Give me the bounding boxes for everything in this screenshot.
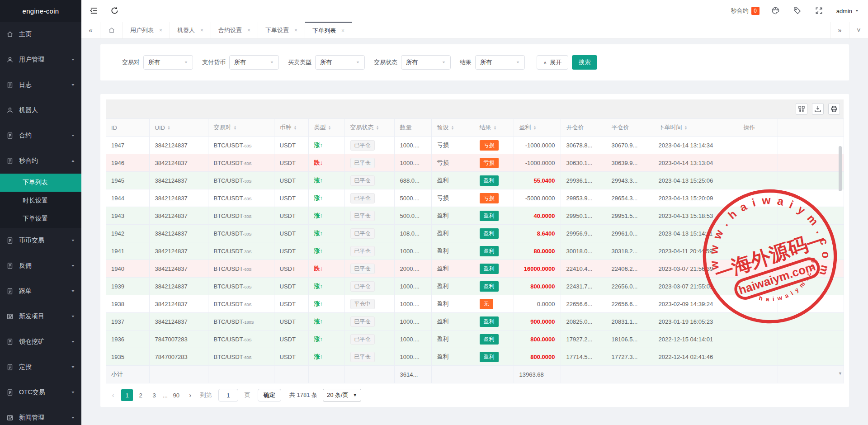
doc-icon	[6, 288, 14, 295]
sidebar-item-label: 用户管理	[19, 56, 44, 64]
tabs-scroll-left[interactable]: «	[81, 22, 100, 38]
prev-page-button[interactable]: ‹	[108, 392, 118, 399]
sidebar-item-news-management[interactable]: 新闻管理▼	[0, 405, 81, 425]
home-tab[interactable]	[100, 22, 123, 38]
result-badge: 盈利	[480, 334, 499, 345]
export-button[interactable]	[812, 103, 824, 115]
column-header[interactable]: 下单时间▲▼	[653, 119, 738, 137]
sort-icon[interactable]: ▲▼	[684, 125, 688, 130]
column-header[interactable]: 类型▲▼	[308, 119, 344, 137]
tag-icon[interactable]	[793, 6, 802, 15]
user-menu[interactable]: admin ▼	[836, 8, 859, 14]
cell-actions	[738, 225, 778, 242]
sidebar-subitem-duration-settings[interactable]: 时长设置	[0, 192, 81, 210]
cell-pair: BTC/USDT-30S	[208, 225, 274, 242]
sidebar-item-user-management[interactable]: 用户管理▼	[0, 47, 81, 72]
cell-profit: 0.0000	[514, 295, 561, 313]
tabs-menu-toggle[interactable]: ˅	[849, 22, 868, 38]
column-header[interactable]: 交易对▲▼	[208, 119, 274, 137]
page-jump-input[interactable]	[218, 389, 238, 401]
sidebar-subitem-order-list[interactable]: 下单列表	[0, 174, 81, 192]
refresh-icon[interactable]	[110, 6, 119, 15]
sidebar-item-robots[interactable]: 机器人	[0, 98, 81, 123]
sort-icon[interactable]: ▲▼	[533, 125, 537, 130]
tab-1[interactable]: 机器人×	[170, 22, 211, 38]
chevron-down-icon: ▼	[71, 239, 75, 242]
column-header[interactable]: 结果▲▼	[474, 119, 514, 137]
second-contract-counter[interactable]: 秒合约 0	[731, 7, 760, 15]
sort-icon[interactable]: ▲▼	[328, 125, 331, 130]
page-button-90[interactable]: 90	[170, 389, 182, 401]
sort-icon[interactable]: ▲▼	[376, 125, 379, 130]
sort-icon[interactable]: ▲▼	[451, 125, 454, 130]
filter-select-trade-status[interactable]: 所有▼	[401, 55, 451, 70]
cell-status: 已平仓	[344, 189, 394, 207]
sidebar-item-contracts[interactable]: 合约▼	[0, 123, 81, 148]
print-icon	[831, 106, 837, 112]
column-label: ID	[111, 124, 117, 131]
sidebar-item-copy-trading[interactable]: 跟单▼	[0, 279, 81, 304]
filter-select-result[interactable]: 所有▼	[475, 55, 525, 70]
column-settings-button[interactable]	[796, 103, 807, 115]
sidebar-subitem-order-settings[interactable]: 下单设置	[0, 210, 81, 228]
table-row: 19413842124837BTC/USDT-30SUSDT涨↑已平仓1000.…	[106, 242, 844, 260]
column-label: 类型	[314, 123, 326, 132]
sort-icon[interactable]: ▲▼	[294, 125, 297, 130]
tab-3[interactable]: 下单设置×	[258, 22, 305, 38]
column-header[interactable]: 交易状态▲▼	[344, 119, 394, 137]
column-header[interactable]: UID▲▼	[149, 119, 208, 137]
sidebar-item-second-contracts[interactable]: 秒合约▲	[0, 148, 81, 174]
search-button[interactable]: 搜索	[572, 55, 597, 70]
collapse-menu-icon[interactable]	[90, 6, 99, 15]
close-icon[interactable]: ×	[159, 27, 162, 33]
filter-select-pair[interactable]: 所有▼	[143, 55, 193, 70]
column-header[interactable]: 币种▲▼	[274, 119, 308, 137]
sidebar-item-rebate[interactable]: 反佣▼	[0, 253, 81, 279]
sidebar-item-coin-trading[interactable]: 币币交易▼	[0, 228, 81, 253]
sidebar-item-otc-trading[interactable]: OTC交易▼	[0, 380, 81, 405]
sort-icon[interactable]: ▲▼	[494, 125, 497, 130]
next-page-button[interactable]: ›	[185, 392, 196, 399]
cell-order-time: 2023-02-09 14:39:24	[653, 295, 738, 313]
tabs-scroll-right[interactable]: »	[830, 22, 849, 38]
print-button[interactable]	[828, 103, 840, 115]
column-header[interactable]: 预设▲▼	[431, 119, 474, 137]
filter-select-trade-type[interactable]: 所有▼	[315, 55, 365, 70]
page-button-3[interactable]: 3	[148, 389, 160, 401]
sort-icon[interactable]: ▲▼	[234, 125, 237, 130]
cell-type: 涨↑	[308, 137, 344, 154]
expand-filters-button[interactable]: ∧ 展开	[537, 55, 568, 70]
filter-select-pay-currency[interactable]: 所有▼	[229, 55, 279, 70]
tab-2[interactable]: 合约设置×	[211, 22, 258, 38]
tab-0[interactable]: 用户列表×	[123, 22, 170, 38]
column-header[interactable]: 盈利▲▼	[514, 119, 561, 137]
table-scroll-down-arrow[interactable]: ▼	[838, 371, 842, 376]
close-icon[interactable]: ×	[341, 28, 344, 34]
close-icon[interactable]: ×	[200, 27, 203, 33]
cell-result: 盈利	[474, 313, 514, 331]
page-button-2[interactable]: 2	[135, 389, 146, 401]
cell-qty: 2000....	[394, 260, 431, 278]
cell-uid: 3842124837	[149, 154, 208, 172]
column-label: 操作	[744, 123, 755, 132]
sidebar-item-lock-mining[interactable]: 锁仓挖矿▼	[0, 329, 81, 354]
page-button-1[interactable]: 1	[121, 389, 133, 401]
profit-value: 55.0400	[534, 177, 555, 184]
fullscreen-icon[interactable]	[815, 6, 824, 15]
cell-uid: 7847007283	[149, 331, 208, 348]
sidebar-item-new-projects[interactable]: 新发项目▼	[0, 304, 81, 329]
type-up-indicator: 涨↑	[314, 194, 323, 201]
sidebar-item-home[interactable]: 主页	[0, 22, 81, 47]
close-icon[interactable]: ×	[247, 27, 250, 33]
sidebar-item-logs[interactable]: 日志▼	[0, 72, 81, 98]
confirm-jump-button[interactable]: 确定	[258, 389, 281, 401]
close-icon[interactable]: ×	[294, 27, 297, 33]
tab-4[interactable]: 下单列表×	[305, 22, 352, 38]
cell-coin: USDT	[274, 172, 308, 189]
sort-icon[interactable]: ▲▼	[167, 125, 170, 130]
sidebar-item-fixed-invest[interactable]: 定投▼	[0, 354, 81, 380]
cell-status: 已平仓	[344, 225, 394, 242]
table-scrollbar-thumb[interactable]	[839, 146, 842, 191]
theme-palette-icon[interactable]	[771, 6, 780, 15]
per-page-select[interactable]: 20 条/页 ▼	[323, 389, 361, 401]
